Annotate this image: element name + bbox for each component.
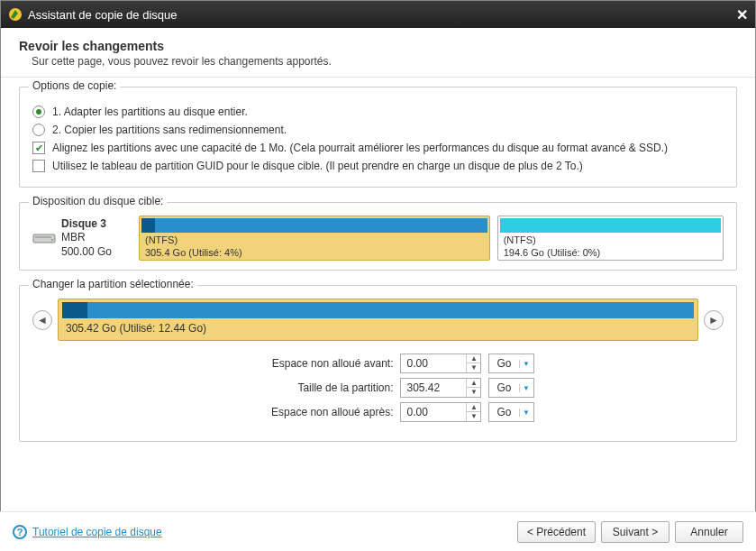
page-subtitle: Sur cette page, vous pouvez revoir les c… <box>32 55 737 68</box>
spinner[interactable]: ▲▼ <box>466 403 480 421</box>
chevron-left-icon: ◄ <box>37 314 48 326</box>
unit-select[interactable]: Go ▼ <box>488 402 533 422</box>
unit-select[interactable]: Go ▼ <box>488 354 533 373</box>
next-partition-button[interactable]: ► <box>704 310 724 330</box>
option-guid-table[interactable]: Utilisez le tableau de partition GUID po… <box>32 160 724 172</box>
chevron-down-icon: ▼ <box>519 384 533 392</box>
target-layout-legend: Disposition du disque cible: <box>29 195 167 207</box>
copy-options-group: Options de copie: 1. Adapter les partiti… <box>19 87 737 188</box>
unallocated-before-input[interactable]: 0.00 ▲▼ <box>400 354 481 373</box>
selected-partition-summary: 305.42 Go (Utilisé: 12.44 Go) <box>62 322 694 335</box>
page-title: Revoir les changements <box>19 39 737 53</box>
partition-fs: (NTFS) <box>500 233 721 245</box>
checkbox-icon <box>32 160 45 172</box>
chevron-right-icon: ► <box>708 314 719 326</box>
titlebar: Assistant de copie de disque ✕ <box>1 1 755 28</box>
partition-1[interactable]: (NTFS) 194.6 Go (Utilisé: 0%) <box>497 216 724 261</box>
spin-down-icon: ▼ <box>467 388 480 397</box>
unallocated-before-label: Espace non alloué avant: <box>222 357 393 370</box>
window-title: Assistant de copie de disque <box>28 8 178 22</box>
next-button[interactable]: Suivant > <box>601 521 669 543</box>
svg-point-3 <box>51 239 53 241</box>
selected-partition-group: Changer la partition sélectionnée: ◄ 305… <box>19 285 737 442</box>
disk-icon <box>32 230 56 246</box>
partition-fs: (NTFS) <box>141 233 487 245</box>
unit-label: Go <box>489 406 518 418</box>
input-value: 0.00 <box>401 357 466 370</box>
app-icon <box>8 7 23 22</box>
partition-usage-bar <box>141 218 487 233</box>
footer: ? Tutoriel de copie de disque < Précéden… <box>0 511 756 551</box>
radio-icon <box>32 124 45 136</box>
unallocated-after-input[interactable]: 0.00 ▲▼ <box>400 402 481 422</box>
partition-usage-bar <box>500 218 721 233</box>
partition-size-label: Taille de la partition: <box>222 381 393 394</box>
input-value: 0.00 <box>401 406 466 418</box>
option-label: 1. Adapter les partitions au disque enti… <box>52 106 248 118</box>
radio-icon <box>32 106 45 118</box>
selected-partition-legend: Changer la partition sélectionnée: <box>29 278 197 290</box>
disk-scheme: MBR <box>61 231 112 245</box>
chevron-down-icon: ▼ <box>519 360 533 368</box>
unit-select[interactable]: Go ▼ <box>488 378 533 398</box>
svg-rect-2 <box>35 236 51 238</box>
help-link[interactable]: ? Tutoriel de copie de disque <box>13 525 162 539</box>
partition-size-input[interactable]: 305.42 ▲▼ <box>400 378 481 398</box>
option-label: Alignez les partitions avec une capacité… <box>52 142 668 154</box>
svg-rect-1 <box>33 234 55 243</box>
chevron-down-icon: ▼ <box>519 409 533 417</box>
selected-partition-bar[interactable]: 305.42 Go (Utilisé: 12.44 Go) <box>58 298 698 341</box>
input-value: 305.42 <box>401 381 466 394</box>
copy-options-legend: Options de copie: <box>29 79 120 92</box>
spin-down-icon: ▼ <box>467 363 480 372</box>
partition-detail: 194.6 Go (Utilisé: 0%) <box>500 245 721 258</box>
back-button[interactable]: < Précédent <box>517 521 596 543</box>
option-align-1mb[interactable]: ✔ Alignez les partitions avec une capaci… <box>32 142 724 154</box>
spin-up-icon: ▲ <box>467 354 480 363</box>
selected-usage-bar <box>62 302 694 318</box>
help-link-text[interactable]: Tutoriel de copie de disque <box>32 526 162 538</box>
unallocated-after-label: Espace non alloué après: <box>222 406 393 418</box>
unit-label: Go <box>489 357 518 370</box>
checkbox-icon: ✔ <box>32 142 45 154</box>
partition-detail: 305.4 Go (Utilisé: 4%) <box>141 245 487 258</box>
option-label: Utilisez le tableau de partition GUID po… <box>52 160 583 172</box>
unit-label: Go <box>489 381 518 394</box>
option-fit-partitions[interactable]: 1. Adapter les partitions au disque enti… <box>32 106 724 118</box>
option-label: 2. Copier les partitions sans redimensio… <box>52 124 287 136</box>
partition-0[interactable]: (NTFS) 305.4 Go (Utilisé: 4%) <box>139 216 490 261</box>
spinner[interactable]: ▲▼ <box>466 354 480 372</box>
close-icon[interactable]: ✕ <box>736 6 748 23</box>
spinner[interactable]: ▲▼ <box>466 379 480 397</box>
spin-up-icon: ▲ <box>467 403 480 412</box>
prev-partition-button[interactable]: ◄ <box>32 310 52 330</box>
spin-up-icon: ▲ <box>467 379 480 388</box>
disk-info: Disque 3 MBR 500.00 Go <box>32 216 132 261</box>
page-header: Revoir les changements Sur cette page, v… <box>1 28 755 78</box>
disk-size: 500.00 Go <box>61 245 112 260</box>
option-copy-no-resize[interactable]: 2. Copier les partitions sans redimensio… <box>32 124 724 136</box>
spin-down-icon: ▼ <box>467 412 480 421</box>
cancel-button[interactable]: Annuler <box>675 521 743 543</box>
help-icon: ? <box>13 525 27 539</box>
target-layout-group: Disposition du disque cible: Disque 3 MB… <box>19 202 737 271</box>
disk-name: Disque 3 <box>61 217 112 232</box>
